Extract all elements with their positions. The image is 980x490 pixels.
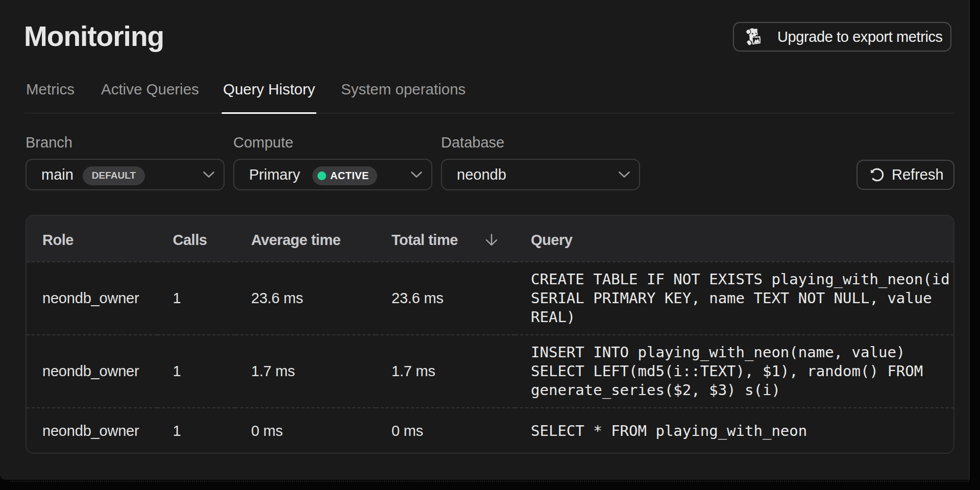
cell-query: SELECT * FROM playing_with_neon — [515, 408, 954, 454]
cell-query: CREATE TABLE IF NOT EXISTS playing_with_… — [515, 262, 954, 335]
cell-average-time: 0 ms — [235, 408, 376, 454]
tab-system-operations[interactable]: System operations — [339, 79, 467, 113]
chevron-down-icon — [410, 171, 423, 178]
branch-filter: Branch main DEFAULT — [26, 134, 225, 190]
default-badge: DEFAULT — [83, 166, 145, 185]
cell-role: neondb_owner — [27, 262, 157, 335]
cell-role: neondb_owner — [27, 335, 157, 408]
database-label: Database — [441, 134, 640, 151]
cell-calls: 1 — [157, 262, 236, 335]
column-header-average-time[interactable]: Average time — [235, 216, 376, 262]
database-filter: Database neondb — [441, 134, 640, 190]
sort-desc-arrow-icon — [485, 233, 498, 247]
compute-select[interactable]: Primary ACTIVE — [233, 159, 432, 190]
query-history-table: Role Calls Average time Total time Query — [27, 216, 954, 454]
tab-metrics[interactable]: Metrics — [24, 79, 76, 113]
refresh-button-label: Refresh — [892, 166, 944, 183]
cell-average-time: 1.7 ms — [235, 335, 376, 408]
cell-total-time: 23.6 ms — [376, 262, 515, 335]
active-badge-label: ACTIVE — [330, 170, 369, 182]
column-header-role[interactable]: Role — [27, 216, 157, 262]
page-title: Monitoring — [24, 22, 164, 51]
compute-select-value: Primary — [249, 166, 300, 183]
upgrade-to-export-metrics-button[interactable]: Upgrade to export metrics — [733, 22, 951, 52]
chevron-down-icon — [203, 171, 215, 178]
compute-label: Compute — [233, 134, 432, 151]
branch-select[interactable]: main DEFAULT — [26, 159, 225, 190]
query-history-table-panel: Role Calls Average time Total time Query — [26, 215, 954, 454]
card-bottom-dotted-border — [10, 481, 969, 482]
tab-bar: Metrics Active Queries Query History Sys… — [24, 79, 954, 113]
cell-total-time: 1.7 ms — [376, 335, 515, 408]
upgrade-button-label: Upgrade to export metrics — [777, 29, 943, 45]
branch-select-value: main — [41, 166, 74, 183]
cell-average-time: 23.6 ms — [235, 262, 376, 335]
database-select[interactable]: neondb — [441, 159, 640, 190]
cell-role: neondb_owner — [27, 408, 157, 454]
datadog-icon — [745, 28, 761, 45]
cell-calls: 1 — [157, 335, 236, 408]
chevron-down-icon — [618, 171, 630, 178]
cell-query: INSERT INTO playing_with_neon(name, valu… — [515, 335, 954, 408]
table-row[interactable]: neondb_owner 1 1.7 ms 1.7 ms INSERT INTO… — [27, 335, 954, 408]
refresh-icon — [869, 167, 885, 183]
table-row[interactable]: neondb_owner 1 0 ms 0 ms SELECT * FROM p… — [27, 408, 954, 454]
branch-label: Branch — [26, 134, 225, 151]
column-header-total-time[interactable]: Total time — [376, 216, 515, 262]
content-card: Monitoring Upgrade to export metrics Met… — [0, 0, 970, 480]
tab-active-queries[interactable]: Active Queries — [100, 79, 201, 113]
database-select-value: neondb — [457, 166, 506, 183]
table-header-row: Role Calls Average time Total time Query — [27, 216, 954, 262]
cell-total-time: 0 ms — [376, 408, 515, 454]
compute-filter: Compute Primary ACTIVE — [233, 134, 432, 190]
active-status-dot — [317, 172, 326, 180]
cell-calls: 1 — [157, 408, 236, 454]
table-row[interactable]: neondb_owner 1 23.6 ms 23.6 ms CREATE TA… — [27, 262, 954, 335]
column-header-calls[interactable]: Calls — [157, 216, 236, 262]
column-header-query[interactable]: Query — [515, 216, 954, 262]
refresh-button[interactable]: Refresh — [856, 160, 954, 190]
active-badge: ACTIVE — [312, 166, 377, 185]
tab-query-history[interactable]: Query History — [222, 79, 316, 113]
